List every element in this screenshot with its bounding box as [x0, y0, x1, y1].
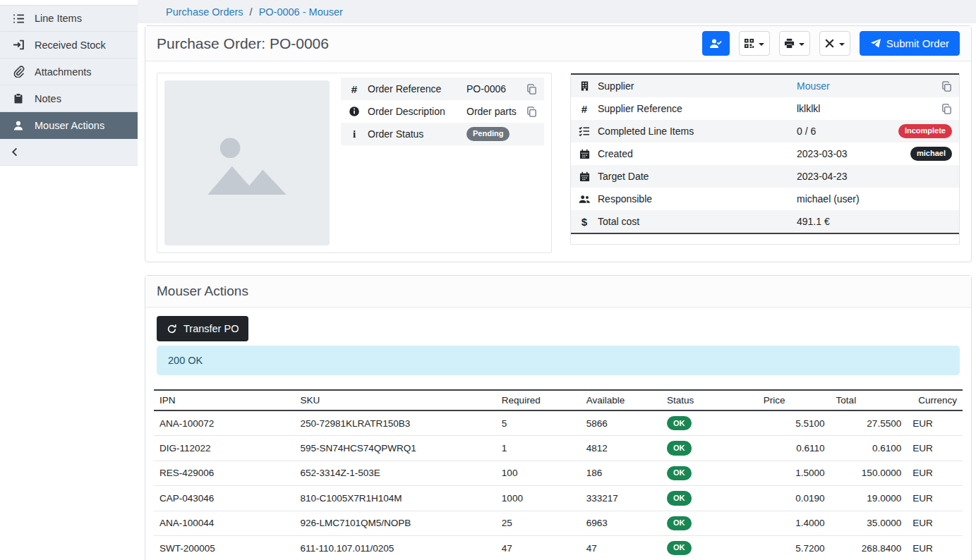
sidebar-collapse-button[interactable]	[0, 139, 138, 166]
sidebar-item-notes[interactable]: Notes	[0, 85, 138, 112]
transfer-po-label: Transfer PO	[183, 323, 239, 334]
cell-available: 5866	[581, 410, 661, 436]
sign-in-icon	[12, 39, 25, 51]
submit-order-button[interactable]: Submit Order	[860, 31, 960, 56]
chevron-down-icon	[759, 43, 764, 46]
image-placeholder-icon	[202, 126, 292, 200]
detail-row-target-date: Target Date 2023-04-23	[571, 165, 959, 188]
detail-label: Completed Line Items	[598, 126, 797, 137]
detail-value: michael (user)	[797, 193, 959, 205]
app-window: Line Items Received Stock Attachments No…	[0, 0, 976, 560]
cell-total: 150.0000	[831, 461, 908, 485]
detail-label: Order Reference	[368, 83, 466, 95]
cell-available: 47	[581, 535, 661, 560]
sidebar-item-label: Line Items	[35, 13, 82, 24]
cell-sku: 810-C1005X7R1H104M	[294, 486, 495, 511]
clipboard-icon	[12, 93, 25, 104]
copy-icon[interactable]	[526, 106, 537, 117]
mouser-actions-body: Transfer PO 200 OK IPN SKU Required Avai…	[145, 308, 971, 560]
detail-row-responsible: Responsible michael (user)	[571, 188, 959, 210]
cell-sku: 250-72981KLRATR150B3	[294, 410, 495, 436]
sidebar-item-attachments[interactable]: Attachments	[0, 59, 138, 85]
cell-sku: 611-110.107.011/0205	[294, 535, 495, 560]
list-icon	[12, 13, 25, 25]
copy-icon[interactable]	[526, 84, 537, 95]
cell-required: 25	[496, 511, 581, 535]
sidebar-item-received-stock[interactable]: Received Stock	[0, 32, 138, 59]
cell-required: 1000	[496, 486, 581, 511]
main-area: Purchase Orders / PO-0006 - Mouser Purch…	[138, 0, 976, 560]
cell-price: 5.7200	[758, 535, 831, 560]
cell-currency: EUR	[907, 486, 963, 511]
table-row: SWT-200005 611-110.107.011/0205 47 47 OK…	[154, 535, 963, 560]
column-header-status: Status	[661, 390, 758, 410]
detail-row-supplier-reference: # Supplier Reference lklklkl	[571, 97, 959, 120]
sidebar-item-label: Received Stock	[35, 39, 106, 51]
order-info-table: # Order Reference PO-0006 Order Descript…	[341, 78, 544, 145]
chevron-left-icon	[10, 147, 20, 157]
sidebar-item-line-items[interactable]: Line Items	[0, 5, 138, 32]
refresh-icon	[167, 324, 177, 334]
cell-price: 5.5100	[758, 410, 831, 436]
column-header-required: Required	[496, 390, 581, 410]
qr-code-icon	[744, 38, 754, 49]
breadcrumb-link-purchase-orders[interactable]: Purchase Orders	[166, 6, 243, 18]
cell-currency: EUR	[907, 436, 963, 461]
ok-status-badge: OK	[667, 466, 692, 480]
detail-label: Created	[598, 148, 797, 159]
user-permissions-button[interactable]	[702, 31, 730, 56]
info-circle-icon	[341, 106, 368, 117]
cell-total: 0.6100	[831, 436, 908, 461]
table-row: ANA-100044 926-LMC7101QM5/NOPB 25 6963 O…	[154, 511, 963, 535]
cell-sku: 595-SN74HCS74QPWRQ1	[294, 436, 495, 461]
supplier-link[interactable]: Mouser	[797, 80, 830, 92]
order-status-badge: Pending	[466, 127, 510, 141]
tools-icon	[824, 38, 835, 49]
cell-required: 100	[496, 461, 581, 485]
supplier-info-table: Supplier Mouser # Supplier Reference lkl…	[571, 73, 959, 234]
cell-ipn: SWT-200005	[154, 535, 294, 560]
cell-ipn: CAP-043046	[154, 486, 294, 511]
detail-row-order-description: Order Description Order parts	[341, 100, 544, 123]
cell-ipn: DIG-112022	[154, 436, 294, 461]
detail-value: Order parts	[466, 106, 519, 117]
purchase-order-header: Purchase Order: PO-0006	[145, 26, 971, 61]
building-icon	[571, 80, 598, 92]
chevron-down-icon	[839, 43, 845, 46]
mouser-actions-panel: Mouser Actions Transfer PO 200 OK IPN	[145, 275, 972, 560]
breadcrumb-link-current-order[interactable]: PO-0006 - Mouser	[259, 6, 343, 18]
list-check-icon	[571, 126, 598, 137]
order-tools-button[interactable]	[819, 31, 850, 56]
info-letter-icon: i	[341, 128, 368, 140]
detail-value: 0 / 6	[797, 126, 891, 137]
breadcrumb: Purchase Orders / PO-0006 - Mouser	[138, 0, 976, 23]
column-header-currency: Currency	[907, 390, 963, 410]
table-header-row: IPN SKU Required Available Status Price …	[154, 390, 963, 410]
detail-value: 2023-03-03	[797, 148, 903, 159]
detail-label: Supplier Reference	[598, 103, 797, 114]
barcode-actions-button[interactable]	[739, 31, 770, 56]
cell-price: 1.5000	[758, 461, 831, 485]
order-actions-toolbar: Submit Order	[702, 31, 960, 56]
order-image-placeholder[interactable]	[164, 80, 330, 245]
cell-currency: EUR	[907, 410, 963, 436]
detail-value: PO-0006	[466, 83, 519, 95]
detail-row-total-cost: $ Total cost 491.1 €	[571, 210, 959, 233]
copy-icon[interactable]	[941, 81, 952, 92]
hash-icon: #	[571, 103, 598, 115]
cell-currency: EUR	[907, 511, 963, 535]
transfer-po-button[interactable]: Transfer PO	[157, 316, 248, 341]
ok-status-badge: OK	[667, 516, 692, 530]
print-actions-button[interactable]	[779, 31, 810, 56]
detail-value: 2023-04-23	[797, 171, 959, 182]
copy-icon[interactable]	[941, 104, 952, 114]
chevron-down-icon	[799, 43, 805, 46]
hash-icon: #	[341, 83, 368, 95]
detail-value: 491.1 €	[797, 216, 959, 227]
ok-status-badge: OK	[667, 541, 692, 555]
detail-label: Order Description	[368, 106, 466, 117]
detail-label: Order Status	[368, 128, 466, 140]
sidebar-item-mouser-actions[interactable]: Mouser Actions	[0, 112, 138, 139]
cell-available: 333217	[581, 486, 661, 511]
detail-row-supplier: Supplier Mouser	[571, 75, 959, 97]
